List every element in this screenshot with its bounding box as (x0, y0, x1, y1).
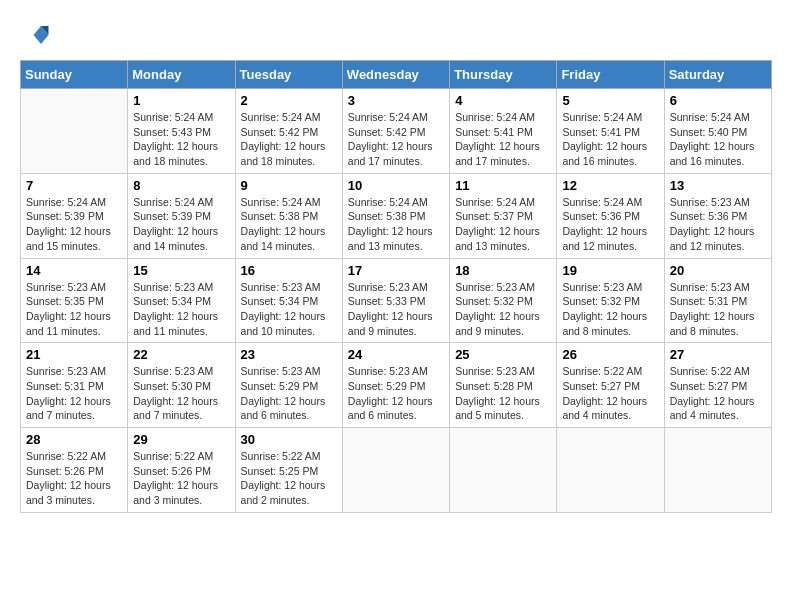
calendar-cell: 23Sunrise: 5:23 AM Sunset: 5:29 PM Dayli… (235, 343, 342, 428)
calendar-cell: 21Sunrise: 5:23 AM Sunset: 5:31 PM Dayli… (21, 343, 128, 428)
day-of-week-header: Friday (557, 61, 664, 89)
logo-icon (20, 20, 50, 50)
day-of-week-header: Tuesday (235, 61, 342, 89)
day-info: Sunrise: 5:24 AM Sunset: 5:38 PM Dayligh… (348, 195, 444, 254)
day-info: Sunrise: 5:24 AM Sunset: 5:42 PM Dayligh… (348, 110, 444, 169)
day-number: 13 (670, 178, 766, 193)
day-info: Sunrise: 5:24 AM Sunset: 5:37 PM Dayligh… (455, 195, 551, 254)
day-number: 4 (455, 93, 551, 108)
calendar-cell: 24Sunrise: 5:23 AM Sunset: 5:29 PM Dayli… (342, 343, 449, 428)
calendar-table: SundayMondayTuesdayWednesdayThursdayFrid… (20, 60, 772, 513)
day-number: 22 (133, 347, 229, 362)
calendar-cell: 19Sunrise: 5:23 AM Sunset: 5:32 PM Dayli… (557, 258, 664, 343)
day-info: Sunrise: 5:23 AM Sunset: 5:30 PM Dayligh… (133, 364, 229, 423)
day-info: Sunrise: 5:24 AM Sunset: 5:41 PM Dayligh… (562, 110, 658, 169)
day-number: 29 (133, 432, 229, 447)
calendar-week-row: 14Sunrise: 5:23 AM Sunset: 5:35 PM Dayli… (21, 258, 772, 343)
day-number: 16 (241, 263, 337, 278)
calendar-cell: 16Sunrise: 5:23 AM Sunset: 5:34 PM Dayli… (235, 258, 342, 343)
calendar-cell: 10Sunrise: 5:24 AM Sunset: 5:38 PM Dayli… (342, 173, 449, 258)
calendar-cell (450, 428, 557, 513)
calendar-cell: 11Sunrise: 5:24 AM Sunset: 5:37 PM Dayli… (450, 173, 557, 258)
day-number: 6 (670, 93, 766, 108)
calendar-cell: 14Sunrise: 5:23 AM Sunset: 5:35 PM Dayli… (21, 258, 128, 343)
day-info: Sunrise: 5:23 AM Sunset: 5:35 PM Dayligh… (26, 280, 122, 339)
day-info: Sunrise: 5:23 AM Sunset: 5:31 PM Dayligh… (26, 364, 122, 423)
day-number: 5 (562, 93, 658, 108)
calendar-cell: 18Sunrise: 5:23 AM Sunset: 5:32 PM Dayli… (450, 258, 557, 343)
day-number: 28 (26, 432, 122, 447)
day-number: 17 (348, 263, 444, 278)
calendar-cell: 17Sunrise: 5:23 AM Sunset: 5:33 PM Dayli… (342, 258, 449, 343)
calendar-cell: 4Sunrise: 5:24 AM Sunset: 5:41 PM Daylig… (450, 89, 557, 174)
day-info: Sunrise: 5:23 AM Sunset: 5:36 PM Dayligh… (670, 195, 766, 254)
day-number: 8 (133, 178, 229, 193)
day-number: 14 (26, 263, 122, 278)
calendar-cell (342, 428, 449, 513)
calendar-header-row: SundayMondayTuesdayWednesdayThursdayFrid… (21, 61, 772, 89)
day-number: 1 (133, 93, 229, 108)
day-info: Sunrise: 5:23 AM Sunset: 5:32 PM Dayligh… (562, 280, 658, 339)
day-number: 26 (562, 347, 658, 362)
calendar-cell (664, 428, 771, 513)
day-number: 9 (241, 178, 337, 193)
day-info: Sunrise: 5:23 AM Sunset: 5:31 PM Dayligh… (670, 280, 766, 339)
day-of-week-header: Saturday (664, 61, 771, 89)
day-of-week-header: Monday (128, 61, 235, 89)
day-number: 23 (241, 347, 337, 362)
day-info: Sunrise: 5:24 AM Sunset: 5:39 PM Dayligh… (133, 195, 229, 254)
calendar-cell: 30Sunrise: 5:22 AM Sunset: 5:25 PM Dayli… (235, 428, 342, 513)
calendar-cell: 13Sunrise: 5:23 AM Sunset: 5:36 PM Dayli… (664, 173, 771, 258)
calendar-cell: 5Sunrise: 5:24 AM Sunset: 5:41 PM Daylig… (557, 89, 664, 174)
day-number: 21 (26, 347, 122, 362)
day-info: Sunrise: 5:24 AM Sunset: 5:42 PM Dayligh… (241, 110, 337, 169)
day-number: 3 (348, 93, 444, 108)
day-info: Sunrise: 5:24 AM Sunset: 5:40 PM Dayligh… (670, 110, 766, 169)
calendar-cell: 26Sunrise: 5:22 AM Sunset: 5:27 PM Dayli… (557, 343, 664, 428)
day-info: Sunrise: 5:23 AM Sunset: 5:29 PM Dayligh… (348, 364, 444, 423)
day-info: Sunrise: 5:22 AM Sunset: 5:26 PM Dayligh… (26, 449, 122, 508)
day-info: Sunrise: 5:24 AM Sunset: 5:36 PM Dayligh… (562, 195, 658, 254)
logo (20, 20, 56, 50)
calendar-cell (557, 428, 664, 513)
day-info: Sunrise: 5:23 AM Sunset: 5:32 PM Dayligh… (455, 280, 551, 339)
day-info: Sunrise: 5:22 AM Sunset: 5:27 PM Dayligh… (562, 364, 658, 423)
calendar-cell: 20Sunrise: 5:23 AM Sunset: 5:31 PM Dayli… (664, 258, 771, 343)
calendar-cell: 25Sunrise: 5:23 AM Sunset: 5:28 PM Dayli… (450, 343, 557, 428)
day-number: 24 (348, 347, 444, 362)
calendar-week-row: 21Sunrise: 5:23 AM Sunset: 5:31 PM Dayli… (21, 343, 772, 428)
day-of-week-header: Wednesday (342, 61, 449, 89)
calendar-cell: 29Sunrise: 5:22 AM Sunset: 5:26 PM Dayli… (128, 428, 235, 513)
day-info: Sunrise: 5:24 AM Sunset: 5:38 PM Dayligh… (241, 195, 337, 254)
calendar-cell: 2Sunrise: 5:24 AM Sunset: 5:42 PM Daylig… (235, 89, 342, 174)
calendar-cell: 15Sunrise: 5:23 AM Sunset: 5:34 PM Dayli… (128, 258, 235, 343)
calendar-cell: 6Sunrise: 5:24 AM Sunset: 5:40 PM Daylig… (664, 89, 771, 174)
calendar-week-row: 28Sunrise: 5:22 AM Sunset: 5:26 PM Dayli… (21, 428, 772, 513)
calendar-cell: 7Sunrise: 5:24 AM Sunset: 5:39 PM Daylig… (21, 173, 128, 258)
day-number: 30 (241, 432, 337, 447)
calendar-cell: 8Sunrise: 5:24 AM Sunset: 5:39 PM Daylig… (128, 173, 235, 258)
day-info: Sunrise: 5:24 AM Sunset: 5:39 PM Dayligh… (26, 195, 122, 254)
calendar-cell: 22Sunrise: 5:23 AM Sunset: 5:30 PM Dayli… (128, 343, 235, 428)
day-info: Sunrise: 5:23 AM Sunset: 5:28 PM Dayligh… (455, 364, 551, 423)
day-number: 27 (670, 347, 766, 362)
day-info: Sunrise: 5:23 AM Sunset: 5:34 PM Dayligh… (133, 280, 229, 339)
day-number: 25 (455, 347, 551, 362)
day-of-week-header: Sunday (21, 61, 128, 89)
day-number: 2 (241, 93, 337, 108)
day-info: Sunrise: 5:22 AM Sunset: 5:25 PM Dayligh… (241, 449, 337, 508)
day-info: Sunrise: 5:23 AM Sunset: 5:29 PM Dayligh… (241, 364, 337, 423)
day-number: 7 (26, 178, 122, 193)
day-info: Sunrise: 5:23 AM Sunset: 5:33 PM Dayligh… (348, 280, 444, 339)
day-info: Sunrise: 5:22 AM Sunset: 5:27 PM Dayligh… (670, 364, 766, 423)
page-header (20, 20, 772, 50)
day-number: 15 (133, 263, 229, 278)
calendar-cell: 3Sunrise: 5:24 AM Sunset: 5:42 PM Daylig… (342, 89, 449, 174)
calendar-cell: 12Sunrise: 5:24 AM Sunset: 5:36 PM Dayli… (557, 173, 664, 258)
calendar-cell: 27Sunrise: 5:22 AM Sunset: 5:27 PM Dayli… (664, 343, 771, 428)
day-number: 10 (348, 178, 444, 193)
day-of-week-header: Thursday (450, 61, 557, 89)
day-info: Sunrise: 5:24 AM Sunset: 5:43 PM Dayligh… (133, 110, 229, 169)
day-number: 20 (670, 263, 766, 278)
day-number: 18 (455, 263, 551, 278)
